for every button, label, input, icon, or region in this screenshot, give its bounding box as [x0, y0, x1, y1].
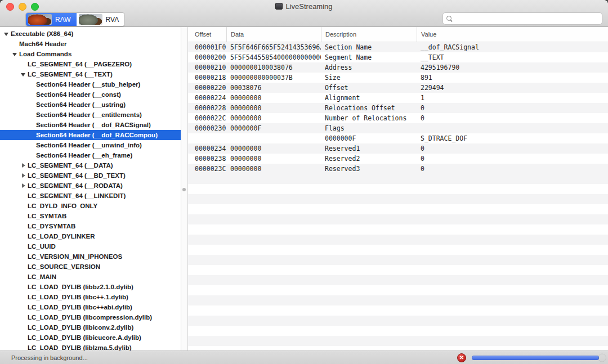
search-field[interactable] [442, 12, 602, 25]
table-row[interactable]: 00000210 0000000100038076 Address 429519… [188, 62, 608, 73]
tree-item[interactable]: LC_LOAD_DYLINKER [0, 231, 181, 241]
tree-item[interactable]: Section64 Header (__const) [0, 89, 181, 100]
tree-item[interactable]: Section64 Header (__entitlements) [0, 110, 181, 120]
disclosure-triangle-icon[interactable] [29, 91, 36, 98]
table-row[interactable]: 00000220 00038076 Offset 229494 [188, 83, 608, 93]
disclosure-triangle-icon[interactable] [29, 132, 36, 138]
table-row[interactable]: 000001F0 5F5F646F665F52414353696… Sectio… [188, 42, 608, 52]
cell-data: 00000000 [226, 165, 321, 173]
disclosure-triangle-icon[interactable] [20, 334, 28, 341]
table-row[interactable]: 00000234 00000000 Reserved1 0 [188, 143, 608, 154]
disclosure-triangle-icon[interactable] [29, 111, 36, 118]
disclosure-triangle-icon[interactable] [20, 213, 28, 219]
column-header-data[interactable]: Data [226, 27, 321, 42]
disclosure-triangle-icon[interactable] [20, 243, 28, 250]
disclosure-triangle-icon[interactable] [20, 61, 28, 68]
view-mode-tab[interactable]: RAW [26, 13, 77, 26]
disclosure-triangle-icon[interactable] [12, 41, 19, 47]
cell-data: 000000000000037B [226, 74, 321, 82]
disclosure-triangle-icon[interactable] [29, 101, 36, 108]
tree-item-label: Section64 Header (__eh_frame) [36, 152, 132, 159]
disclosure-triangle-icon[interactable] [29, 122, 36, 128]
tree-item[interactable]: LC_SEGMENT_64 (__LINKEDIT) [0, 191, 181, 201]
table-row[interactable]: 0000023C 00000000 Reserved3 0 [188, 164, 608, 174]
table-row[interactable]: 00000228 00000000 Relocations Offset 0 [188, 103, 608, 113]
tree-item[interactable]: Section64 Header (__dof_RACSignal) [0, 120, 181, 130]
tree-item[interactable]: Section64 Header (__unwind_info) [0, 140, 181, 150]
table-row[interactable]: 0000022C 00000000 Number of Relocations … [188, 113, 608, 123]
tree-item[interactable]: LC_SEGMENT_64 (__DATA) [0, 160, 181, 170]
tree-item[interactable]: LC_DYSYMTAB [0, 221, 181, 231]
tree-item[interactable]: LC_LOAD_DYLIB (libc++.1.dylib) [0, 292, 181, 302]
disclosure-triangle-icon[interactable] [29, 152, 36, 159]
cell-offset: 00000200 [188, 53, 226, 61]
tree-item[interactable]: Section64 Header (__stub_helper) [0, 79, 181, 89]
column-header-description[interactable]: Description [321, 27, 417, 42]
status-bar: Processing in background... ✕ [0, 350, 608, 364]
disclosure-triangle-icon[interactable] [20, 284, 28, 290]
disclosure-triangle-icon[interactable] [20, 344, 28, 350]
disclosure-triangle-icon[interactable] [20, 324, 28, 331]
tree-item[interactable]: LC_SEGMENT_64 (__TEXT) [0, 69, 181, 79]
disclosure-triangle-icon[interactable] [20, 162, 28, 169]
disclosure-triangle-icon[interactable] [20, 233, 28, 240]
tree-item[interactable]: LC_SYMTAB [0, 211, 181, 221]
tree-item[interactable]: Section64 Header (__eh_frame) [0, 150, 181, 160]
disclosure-triangle-icon[interactable] [20, 192, 28, 199]
tree-item[interactable]: LC_LOAD_DYLIB (libiconv.2.dylib) [0, 322, 181, 332]
disclosure-triangle-icon[interactable] [20, 223, 28, 230]
view-mode-tab[interactable]: RVA [77, 13, 125, 26]
tree-item[interactable]: LC_LOAD_DYLIB (libbz2.1.0.dylib) [0, 282, 181, 292]
table-row[interactable]: 00000238 00000000 Reserved2 0 [188, 154, 608, 164]
cell-offset: 00000230 [188, 124, 226, 132]
disclosure-triangle-icon[interactable] [20, 182, 28, 189]
disclosure-triangle-icon[interactable] [29, 81, 36, 88]
table-row[interactable]: 0000000F S_DTRACE_DOF [188, 133, 608, 143]
tree-item[interactable]: LC_LOAD_DYLIB (libicucore.A.dylib) [0, 332, 181, 343]
tree-item[interactable]: Load Commands [0, 49, 181, 59]
tab-label: RAW [55, 16, 71, 24]
raw-rva-segmented-control: RAW RVA [25, 12, 125, 26]
tree-item[interactable]: Section64 Header (__ustring) [0, 100, 181, 110]
disclosure-triangle-icon[interactable] [20, 253, 28, 260]
tree-item[interactable]: Mach64 Header [0, 39, 181, 49]
search-input[interactable] [455, 14, 598, 23]
table-row[interactable]: 00000224 00000000 Alignment 1 [188, 93, 608, 103]
disclosure-triangle-icon[interactable] [20, 294, 28, 300]
disclosure-triangle-icon[interactable] [3, 30, 11, 37]
tree-item[interactable]: LC_MAIN [0, 272, 181, 282]
disclosure-triangle-icon[interactable] [20, 203, 28, 209]
disclosure-triangle-icon[interactable] [12, 51, 19, 57]
disclosure-triangle-icon[interactable] [20, 273, 28, 280]
table-row[interactable]: 00000218 000000000000037B Size 891 [188, 73, 608, 83]
column-header-offset[interactable]: Offset [188, 27, 226, 42]
split-view-divider[interactable] [181, 27, 188, 350]
tree-item[interactable]: LC_SEGMENT_64 (__PAGEZERO) [0, 59, 181, 69]
disclosure-triangle-icon[interactable] [20, 314, 28, 321]
tree-item[interactable]: LC_LOAD_DYLIB (liblzma.5.dylib) [0, 343, 181, 350]
disclosure-triangle-icon[interactable] [20, 172, 28, 179]
disclosure-triangle-icon[interactable] [29, 142, 36, 149]
disclosure-triangle-icon[interactable] [20, 263, 28, 270]
tree-item[interactable]: LC_DYLD_INFO_ONLY [0, 201, 181, 211]
table-row[interactable]: 00000200 5F5F54455854000000000000… Segme… [188, 52, 608, 62]
tree-item[interactable]: LC_SOURCE_VERSION [0, 262, 181, 272]
tree-item[interactable]: Section64 Header (__dof_RACCompou) [0, 130, 181, 140]
tree-item[interactable]: LC_SEGMENT_64 (__BD_TEXT) [0, 170, 181, 181]
tree-item[interactable]: LC_LOAD_DYLIB (libcompression.dylib) [0, 312, 181, 322]
tree-item-label: LC_SEGMENT_64 (__PAGEZERO) [28, 61, 132, 68]
tree-item[interactable]: LC_LOAD_DYLIB (libc++abi.dylib) [0, 302, 181, 312]
cell-description: Alignment [321, 94, 417, 102]
cell-description: Reserved3 [321, 165, 417, 173]
x-circle-icon[interactable]: ✕ [457, 353, 466, 362]
tree-item[interactable]: Executable (X86_64) [0, 29, 181, 39]
tree-item[interactable]: LC_UUID [0, 241, 181, 251]
disclosure-triangle-icon[interactable] [20, 71, 28, 78]
titlebar: LiveStreaming [0, 0, 608, 12]
table-row[interactable]: 00000230 0000000F Flags [188, 123, 608, 133]
tree-item[interactable]: LC_SEGMENT_64 (__RODATA) [0, 181, 181, 191]
disclosure-triangle-icon[interactable] [20, 304, 28, 311]
cell-offset: 00000238 [188, 155, 226, 163]
column-header-value[interactable]: Value [417, 27, 608, 42]
tree-item[interactable]: LC_VERSION_MIN_IPHONEOS [0, 251, 181, 262]
